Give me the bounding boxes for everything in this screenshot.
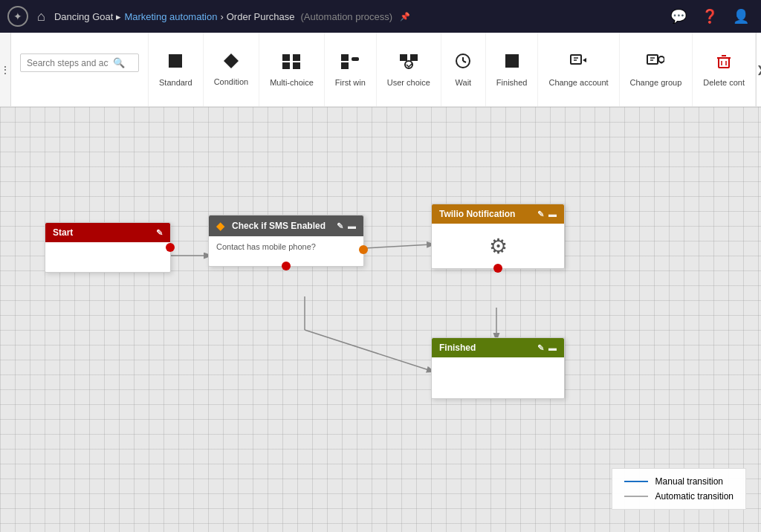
svg-rect-10 — [410, 54, 418, 61]
node-condition-body: Contact has mobile phone? — [209, 236, 363, 266]
node-start-body — [45, 242, 170, 272]
standard-icon — [167, 53, 184, 74]
svg-rect-7 — [352, 57, 359, 61]
top-navigation: ✦ ⌂ Dancing Goat ▸ Marketing automation … — [0, 0, 761, 33]
tools-bar: Standard Condition Multi-choice — [149, 33, 756, 106]
node-condition[interactable]: ◆ Check if SMS Enabled ✎ ▬ Contact has m… — [208, 215, 364, 267]
svg-rect-5 — [293, 62, 300, 69]
change-group-icon — [647, 53, 664, 74]
legend-manual-label: Manual transition — [655, 476, 723, 487]
node-twilio-delete-icon[interactable]: ▬ — [548, 210, 557, 218]
first-win-icon — [341, 53, 359, 74]
first-win-label: First win — [335, 78, 366, 87]
node-twilio-edit-icon[interactable]: ✎ — [537, 210, 544, 219]
chat-icon[interactable]: 💬 — [666, 8, 691, 25]
svg-point-22 — [658, 56, 664, 62]
expand-icon: ❯ — [757, 64, 761, 75]
node-finished-header: Finished ✎ ▬ — [432, 338, 564, 357]
condition-port-yes — [359, 245, 368, 254]
legend-automatic-label: Automatic transition — [655, 491, 734, 502]
tool-wait[interactable]: Wait — [441, 33, 486, 106]
site-name: Dancing Goat — [54, 11, 114, 22]
user-icon[interactable]: 👤 — [728, 8, 754, 25]
legend: Manual transition Automatic transition — [612, 468, 746, 510]
change-account-label: Change account — [548, 78, 608, 87]
main-area: Start ✎ ◆ Check if SMS Enabled ✎ ▬ — [0, 107, 761, 532]
marketing-link[interactable]: Marketing automation — [124, 11, 217, 22]
expand-button[interactable]: ❯ — [756, 33, 761, 106]
node-finished-body — [432, 357, 564, 398]
node-twilio-body: ⚙ — [432, 224, 564, 268]
tool-change-account[interactable]: Change account — [538, 33, 619, 106]
search-area: 🔍 — [11, 33, 149, 106]
tool-standard[interactable]: Standard — [149, 33, 204, 106]
user-choice-label: User choice — [387, 78, 430, 87]
legend-manual-line — [624, 481, 648, 482]
breadcrumb-sep: › — [220, 11, 223, 22]
finished-label: Finished — [496, 78, 528, 87]
toolbar: ⋮ 🔍 Standard Condition — [0, 33, 761, 107]
node-condition-title: ◆ Check if SMS Enabled — [216, 220, 326, 232]
finished-icon — [504, 53, 520, 74]
svg-rect-6 — [341, 54, 349, 61]
condition-icon — [223, 53, 239, 73]
search-input[interactable] — [27, 58, 109, 68]
search-icon: 🔍 — [113, 57, 125, 68]
twilio-port-bottom — [493, 264, 502, 273]
current-page: Order Purchase — [227, 11, 295, 22]
delete-label: Delete cont — [703, 78, 745, 87]
help-icon[interactable]: ❓ — [697, 8, 722, 25]
multi-choice-label: Multi-choice — [270, 78, 314, 87]
tool-multi-choice[interactable]: Multi-choice — [259, 33, 325, 106]
start-port-right — [166, 243, 175, 252]
legend-manual: Manual transition — [624, 476, 734, 487]
tool-delete-cont[interactable]: Delete cont — [693, 33, 756, 106]
legend-automatic: Automatic transition — [624, 491, 734, 502]
standard-label: Standard — [159, 78, 192, 87]
svg-rect-8 — [341, 62, 349, 69]
node-finished[interactable]: Finished ✎ ▬ — [431, 337, 565, 399]
tool-change-group[interactable]: Change group — [620, 33, 693, 106]
node-twilio-header: Twilio Notification ✎ ▬ — [432, 204, 564, 224]
delete-icon — [716, 53, 732, 74]
condition-diamond-icon: ◆ — [216, 220, 224, 232]
svg-marker-1 — [224, 53, 239, 68]
svg-rect-9 — [400, 54, 407, 61]
node-twilio[interactable]: Twilio Notification ✎ ▬ ⚙ — [431, 204, 565, 269]
node-condition-edit-icon[interactable]: ✎ — [337, 221, 343, 231]
node-finished-title: Finished — [439, 343, 476, 353]
search-box: 🔍 — [20, 53, 139, 72]
home-icon[interactable]: ⌂ — [34, 6, 48, 27]
svg-rect-19 — [647, 55, 658, 64]
node-condition-header: ◆ Check if SMS Enabled ✎ ▬ — [209, 215, 363, 236]
dots-button[interactable]: ⋮ — [0, 33, 11, 106]
svg-line-29 — [364, 244, 431, 248]
tool-first-win[interactable]: First win — [325, 33, 377, 106]
change-account-icon — [570, 53, 588, 74]
user-choice-icon — [400, 53, 418, 74]
node-finished-edit-icon[interactable]: ✎ — [537, 343, 544, 353]
gear-icon: ⚙ — [489, 234, 508, 259]
node-condition-delete-icon[interactable]: ▬ — [348, 221, 356, 230]
condition-port-no — [282, 262, 291, 270]
svg-rect-16 — [571, 55, 581, 64]
change-group-label: Change group — [630, 78, 682, 87]
node-start-actions: ✎ — [156, 228, 163, 238]
tool-finished[interactable]: Finished — [486, 33, 539, 106]
node-finished-delete-icon[interactable]: ▬ — [548, 343, 557, 352]
tool-condition[interactable]: Condition — [204, 33, 259, 106]
canvas[interactable]: Start ✎ ◆ Check if SMS Enabled ✎ ▬ — [0, 107, 761, 532]
node-twilio-actions: ✎ ▬ — [537, 210, 557, 219]
pin-icon[interactable]: 📌 — [400, 12, 410, 22]
wait-icon — [455, 53, 471, 74]
node-start[interactable]: Start ✎ — [45, 222, 171, 273]
app-logo[interactable]: ✦ — [7, 6, 28, 27]
condition-label: Condition — [214, 77, 248, 86]
node-start-header: Start ✎ — [45, 223, 170, 242]
legend-automatic-line — [624, 496, 648, 497]
tool-user-choice[interactable]: User choice — [377, 33, 441, 106]
svg-line-14 — [463, 61, 466, 62]
node-finished-actions: ✎ ▬ — [537, 343, 557, 353]
svg-rect-3 — [293, 54, 300, 61]
node-start-edit-icon[interactable]: ✎ — [156, 228, 163, 238]
